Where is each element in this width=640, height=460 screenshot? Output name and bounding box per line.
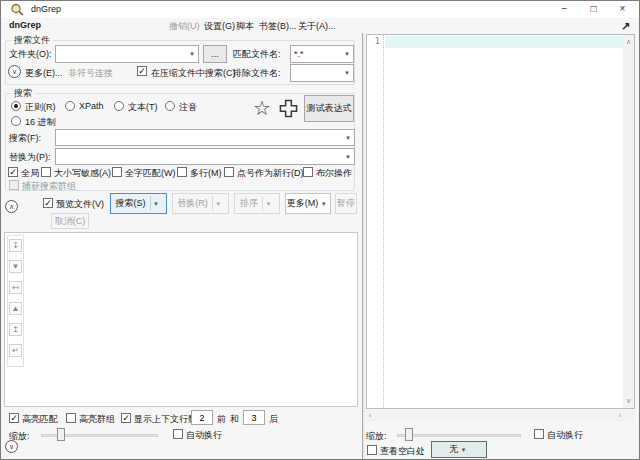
scroll-down-icon[interactable]: ∨	[626, 396, 631, 406]
more-actions-button[interactable]: 更多(M) ▾	[285, 193, 331, 214]
test-expression-button[interactable]: 测试表达式	[304, 95, 354, 122]
context-before-label: 前	[217, 413, 226, 426]
search-type-text-label[interactable]: 文本(T)	[128, 101, 158, 114]
menu-bookmarks[interactable]: 书签(B)...	[259, 20, 297, 33]
chevron-down-icon[interactable]: ▾	[151, 200, 162, 208]
search-type-regex-label[interactable]: 正则(R)	[25, 101, 56, 114]
show-whitespace-checkbox[interactable]	[367, 445, 377, 455]
scroll-left-icon[interactable]: ‹	[369, 411, 371, 421]
context-lines-checkbox[interactable]: ✓	[121, 413, 131, 423]
results-list[interactable]: ↧ ▼ ↤ ▲ ↥ ↵	[4, 232, 358, 407]
dot-as-newline-label[interactable]: 点号作为新行(D)	[237, 167, 304, 180]
exclude-file-label: 排除文件名:	[233, 67, 281, 80]
highlight-groups-label[interactable]: 高亮群组	[79, 413, 115, 426]
line-number: 1	[375, 36, 380, 46]
search-type-hex-radio[interactable]	[11, 116, 21, 126]
editor-horizontal-scrollbar[interactable]: ‹ ›	[366, 410, 635, 421]
collapse-left-icon[interactable]: ↤	[9, 281, 22, 294]
minimize-button-icon[interactable]: −	[550, 1, 579, 17]
search-type-regex-radio[interactable]	[11, 101, 21, 111]
folder-combobox[interactable]: ▾	[55, 45, 199, 63]
highlight-groups-checkbox[interactable]	[66, 413, 76, 423]
search-archives-label[interactable]: 在压缩文件中搜索(C)	[151, 67, 236, 80]
case-sensitive-label[interactable]: 大小写敏感(A)	[54, 167, 111, 180]
expand-down-icon[interactable]: ▼	[9, 260, 22, 273]
preview-file-checkbox[interactable]: ✓	[43, 198, 53, 208]
capture-groups-checkbox	[9, 180, 19, 190]
search-type-xpath-radio[interactable]	[65, 101, 75, 111]
chevron-down-icon[interactable]: ▾	[342, 134, 354, 142]
preview-zoom-slider-track[interactable]	[397, 434, 521, 437]
global-checkbox[interactable]: ✓	[8, 167, 18, 177]
panel-splitter[interactable]	[362, 33, 365, 460]
replace-with-label: 替换为(P):	[9, 151, 51, 164]
bottom-expander-icon[interactable]: ∨	[5, 440, 18, 453]
search-button[interactable]: 搜索(S) ▾	[110, 193, 167, 214]
chevron-down-icon[interactable]: ▾	[341, 69, 353, 77]
chevron-down-icon[interactable]: ▾	[186, 50, 198, 58]
search-type-xpath-label[interactable]: XPath	[79, 101, 104, 111]
titlebar[interactable]: dnGrep − □ ×	[1, 1, 639, 18]
browse-folder-button[interactable]: ...	[203, 45, 227, 63]
more-options-expander[interactable]: 更多(E)...	[25, 67, 63, 80]
results-wrap-checkbox[interactable]	[173, 429, 183, 439]
chevron-down-icon[interactable]: ▾	[342, 153, 354, 161]
whitespace-mode-dropdown[interactable]: 无 ▾	[431, 441, 487, 458]
menu-about[interactable]: 关于(A)...	[298, 20, 336, 33]
preview-wrap-checkbox[interactable]	[534, 429, 544, 439]
results-wrap-label[interactable]: 自动换行	[186, 429, 222, 442]
expand-up-icon[interactable]: ▲	[9, 302, 22, 315]
dot-as-newline-checkbox[interactable]	[224, 167, 234, 177]
highlight-matches-label[interactable]: 高亮匹配	[22, 413, 58, 426]
global-label[interactable]: 全局	[21, 167, 39, 180]
search-type-phonetic-label[interactable]: 注音	[179, 101, 197, 114]
exclude-file-combobox[interactable]: ▾	[290, 64, 354, 82]
chevron-down-icon[interactable]: ▾	[318, 200, 329, 208]
editor-vertical-scrollbar[interactable]: ∧ ∨	[623, 35, 634, 408]
results-zoom-slider-thumb[interactable]	[57, 428, 65, 441]
preview-zoom-slider-thumb[interactable]	[405, 428, 413, 441]
maximize-button-icon[interactable]: □	[579, 1, 608, 17]
preview-wrap-label[interactable]: 自动换行	[547, 429, 583, 442]
search-type-phonetic-radio[interactable]	[165, 101, 175, 111]
next-match-icon[interactable]: ↧	[9, 239, 22, 252]
menu-dngrep[interactable]: dnGrep	[9, 20, 41, 30]
menu-settings[interactable]: 设置(G)	[204, 20, 235, 33]
open-in-new-window-icon[interactable]: ↗	[621, 20, 630, 33]
close-button-icon[interactable]: ×	[608, 1, 637, 17]
show-whitespace-label[interactable]: 查看空白处	[380, 445, 425, 458]
boolean-operators-label[interactable]: 布尔操作	[316, 167, 352, 180]
bookmark-star-icon[interactable]: ☆	[253, 98, 271, 118]
whole-word-checkbox[interactable]	[112, 167, 122, 177]
context-after-input[interactable]	[243, 410, 265, 425]
whole-word-label[interactable]: 全字匹配(W)	[125, 167, 176, 180]
chevron-down-icon[interactable]: ▾	[341, 50, 353, 58]
boolean-operators-checkbox[interactable]	[303, 167, 313, 177]
add-bookmark-plus-icon[interactable]	[279, 99, 298, 118]
multiline-label[interactable]: 多行(M)	[190, 167, 222, 180]
preview-editor[interactable]: 1 ∧ ∨	[366, 34, 635, 409]
collapse-options-expander-icon[interactable]: ∧	[5, 200, 18, 213]
menu-script[interactable]: 脚本	[236, 20, 254, 33]
search-for-combobox[interactable]: ▾	[55, 129, 355, 146]
wrap-lines-icon[interactable]: ↵	[9, 344, 22, 357]
search-archives-checkbox[interactable]: ✓	[137, 66, 147, 76]
chevron-down-icon: ▾	[213, 200, 224, 208]
match-file-combobox[interactable]: *.* ▾	[290, 45, 354, 63]
check-icon: ✓	[122, 413, 130, 423]
case-sensitive-checkbox[interactable]	[41, 167, 51, 177]
previous-match-icon[interactable]: ↥	[9, 323, 22, 336]
replace-with-combobox[interactable]: ▾	[55, 148, 355, 165]
scroll-up-icon[interactable]: ∧	[626, 37, 631, 47]
more-options-expander-icon[interactable]: ∨	[8, 65, 21, 78]
search-type-hex-label[interactable]: 16 进制	[25, 116, 56, 129]
multiline-checkbox[interactable]	[177, 167, 187, 177]
preview-file-label[interactable]: 预览文件(V)	[56, 198, 104, 211]
menubar: dnGrep 撤销(U) 设置(G) 脚本 书签(B)... 关于(A)...	[1, 18, 639, 34]
context-lines-label[interactable]: 显示上下文行数	[134, 413, 197, 426]
context-before-input[interactable]	[191, 410, 213, 425]
highlight-matches-checkbox[interactable]: ✓	[9, 413, 19, 423]
chevron-down-icon[interactable]: ▾	[458, 446, 469, 454]
scroll-right-icon[interactable]: ›	[619, 411, 621, 421]
search-type-text-radio[interactable]	[114, 101, 124, 111]
